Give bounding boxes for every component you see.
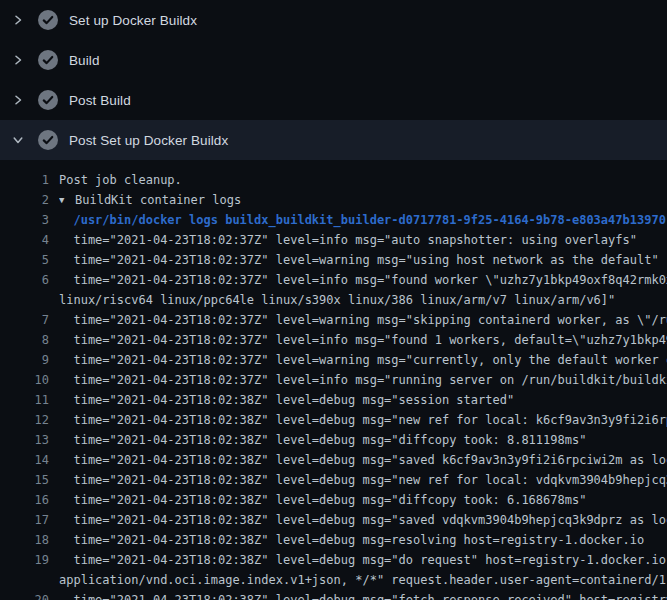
log-line: 20 time="2021-04-23T18:02:38Z" level=deb… xyxy=(0,590,667,600)
log-line-content: time="2021-04-23T18:02:37Z" level=info m… xyxy=(49,370,667,390)
log-line-number[interactable]: 4 xyxy=(0,230,49,250)
log-line: 4 time="2021-04-23T18:02:37Z" level=info… xyxy=(0,230,667,250)
log-text-segment: time="2021-04-23T18:02:38Z" level=debug … xyxy=(59,530,667,550)
log-text-segment: time="2021-04-23T18:02:38Z" level=debug … xyxy=(59,390,667,410)
log-line-number[interactable]: 2 xyxy=(0,190,49,210)
step-label: Post Set up Docker Buildx xyxy=(69,133,228,148)
step-row[interactable]: Post Build xyxy=(0,80,667,120)
log-text-segment: time="2021-04-23T18:02:37Z" level=info m… xyxy=(59,230,667,250)
log-text-segment: time="2021-04-23T18:02:37Z" level=info m… xyxy=(59,270,667,290)
log-line: 18 time="2021-04-23T18:02:38Z" level=deb… xyxy=(0,530,667,550)
log-line: 16 time="2021-04-23T18:02:38Z" level=deb… xyxy=(0,490,667,510)
log-line: 14 time="2021-04-23T18:02:38Z" level=deb… xyxy=(0,450,667,470)
log-line-content: time="2021-04-23T18:02:37Z" level=warnin… xyxy=(49,350,667,370)
log-text-segment: time="2021-04-23T18:02:37Z" level=warnin… xyxy=(59,250,667,270)
log-line-content: time="2021-04-23T18:02:38Z" level=debug … xyxy=(49,390,667,410)
step-row[interactable]: Post Set up Docker Buildx xyxy=(0,120,667,160)
log-line-number[interactable]: 16 xyxy=(0,490,49,510)
log-text-segment: time="2021-04-23T18:02:37Z" level=warnin… xyxy=(59,350,667,370)
log-line-number[interactable]: 6 xyxy=(0,270,49,290)
workflow-steps-list: Set up Docker Buildx Build Post Build Po… xyxy=(0,0,667,160)
log-line-content: time="2021-04-23T18:02:37Z" level=info m… xyxy=(49,330,667,350)
check-circle-icon xyxy=(38,90,58,110)
log-line-content: time="2021-04-23T18:02:38Z" level=debug … xyxy=(49,530,667,550)
log-line-content: ▼BuildKit container logs xyxy=(49,190,667,210)
log-text-segment: time="2021-04-23T18:02:37Z" level=warnin… xyxy=(59,310,667,330)
log-line-number[interactable]: 14 xyxy=(0,450,49,470)
log-line-number[interactable]: 20 xyxy=(0,590,49,600)
log-line-number[interactable]: 9 xyxy=(0,350,49,370)
log-line-content: time="2021-04-23T18:02:38Z" level=debug … xyxy=(49,470,667,490)
step-label: Build xyxy=(69,53,100,68)
log-line: 15 time="2021-04-23T18:02:38Z" level=deb… xyxy=(0,470,667,490)
step-log-viewer: 1 Post job cleanup. 2 ▼BuildKit containe… xyxy=(0,160,667,600)
log-line: 7 time="2021-04-23T18:02:37Z" level=warn… xyxy=(0,310,667,330)
collapse-triangle-icon[interactable]: ▼ xyxy=(59,190,75,210)
log-text-segment: time="2021-04-23T18:02:38Z" level=debug … xyxy=(59,470,667,490)
log-text-segment: time="2021-04-23T18:02:37Z" level=info m… xyxy=(59,370,667,390)
log-line-content: time="2021-04-23T18:02:37Z" level=warnin… xyxy=(49,310,667,330)
log-text-segment: time="2021-04-23T18:02:38Z" level=debug … xyxy=(59,430,667,450)
chevron-right-icon xyxy=(8,90,28,110)
log-line: 1 Post job cleanup. xyxy=(0,170,667,190)
log-line: 11 time="2021-04-23T18:02:38Z" level=deb… xyxy=(0,390,667,410)
log-line-content: time="2021-04-23T18:02:38Z" level=debug … xyxy=(49,450,667,470)
log-line-number[interactable]: 7 xyxy=(0,310,49,330)
log-line-number[interactable]: 19 xyxy=(0,550,49,570)
log-line: 13 time="2021-04-23T18:02:38Z" level=deb… xyxy=(0,430,667,450)
log-line-content: time="2021-04-23T18:02:37Z" level=info m… xyxy=(49,270,667,310)
step-row[interactable]: Build xyxy=(0,40,667,80)
log-line-number[interactable]: 1 xyxy=(0,170,49,190)
log-line-number[interactable]: 3 xyxy=(0,210,49,230)
log-text-segment: /usr/bin/docker logs buildx_buildkit_bui… xyxy=(59,210,667,230)
log-line: 5 time="2021-04-23T18:02:37Z" level=warn… xyxy=(0,250,667,270)
log-text-segment: time="2021-04-23T18:02:38Z" level=debug … xyxy=(59,410,667,430)
log-text-wrap-segment: application/vnd.oci.image.index.v1+json,… xyxy=(59,570,667,590)
log-line: 19 time="2021-04-23T18:02:38Z" level=deb… xyxy=(0,550,667,590)
chevron-right-icon xyxy=(8,50,28,70)
step-row[interactable]: Set up Docker Buildx xyxy=(0,0,667,40)
log-line-content: Post job cleanup. xyxy=(49,170,667,190)
log-line-number[interactable]: 8 xyxy=(0,330,49,350)
step-label: Post Build xyxy=(69,93,131,108)
check-circle-icon xyxy=(38,50,58,70)
log-text-segment: time="2021-04-23T18:02:38Z" level=debug … xyxy=(59,490,667,510)
log-text-segment: time="2021-04-23T18:02:38Z" level=debug … xyxy=(59,510,667,530)
log-line-content: time="2021-04-23T18:02:38Z" level=debug … xyxy=(49,550,667,590)
log-line-number[interactable]: 11 xyxy=(0,390,49,410)
log-line-number[interactable]: 18 xyxy=(0,530,49,550)
check-circle-icon xyxy=(38,130,58,150)
log-line: 6 time="2021-04-23T18:02:37Z" level=info… xyxy=(0,270,667,310)
chevron-down-icon xyxy=(8,130,28,150)
log-text-segment: time="2021-04-23T18:02:38Z" level=debug … xyxy=(59,550,667,570)
log-line-number[interactable]: 17 xyxy=(0,510,49,530)
log-line: 12 time="2021-04-23T18:02:38Z" level=deb… xyxy=(0,410,667,430)
log-line-content: time="2021-04-23T18:02:38Z" level=debug … xyxy=(49,430,667,450)
log-line-content: time="2021-04-23T18:02:37Z" level=warnin… xyxy=(49,250,667,270)
log-text-segment: time="2021-04-23T18:02:38Z" level=debug … xyxy=(59,450,667,470)
log-line-number[interactable]: 10 xyxy=(0,370,49,390)
log-text-segment: Post job cleanup. xyxy=(59,170,667,190)
log-line-content: time="2021-04-23T18:02:38Z" level=debug … xyxy=(49,590,667,600)
log-line: 9 time="2021-04-23T18:02:37Z" level=warn… xyxy=(0,350,667,370)
log-line-content: time="2021-04-23T18:02:38Z" level=debug … xyxy=(49,510,667,530)
chevron-right-icon xyxy=(8,10,28,30)
log-line-content: time="2021-04-23T18:02:38Z" level=debug … xyxy=(49,490,667,510)
log-line: 2 ▼BuildKit container logs xyxy=(0,190,667,210)
log-line-content: /usr/bin/docker logs buildx_buildkit_bui… xyxy=(49,210,667,230)
log-line-number[interactable]: 5 xyxy=(0,250,49,270)
log-line: 10 time="2021-04-23T18:02:37Z" level=inf… xyxy=(0,370,667,390)
check-circle-icon xyxy=(38,10,58,30)
log-line: 8 time="2021-04-23T18:02:37Z" level=info… xyxy=(0,330,667,350)
log-text-segment: time="2021-04-23T18:02:37Z" level=info m… xyxy=(59,330,667,350)
log-text-segment: ▼BuildKit container logs xyxy=(59,190,667,210)
log-line-number[interactable]: 13 xyxy=(0,430,49,450)
log-text-wrap-segment: linux/riscv64 linux/ppc64le linux/s390x … xyxy=(59,290,667,310)
log-line-content: time="2021-04-23T18:02:37Z" level=info m… xyxy=(49,230,667,250)
log-line-number[interactable]: 12 xyxy=(0,410,49,430)
log-line: 3 /usr/bin/docker logs buildx_buildkit_b… xyxy=(0,210,667,230)
log-line: 17 time="2021-04-23T18:02:38Z" level=deb… xyxy=(0,510,667,530)
log-text-segment: time="2021-04-23T18:02:38Z" level=debug … xyxy=(59,590,667,600)
log-line-number[interactable]: 15 xyxy=(0,470,49,490)
log-line-content: time="2021-04-23T18:02:38Z" level=debug … xyxy=(49,410,667,430)
